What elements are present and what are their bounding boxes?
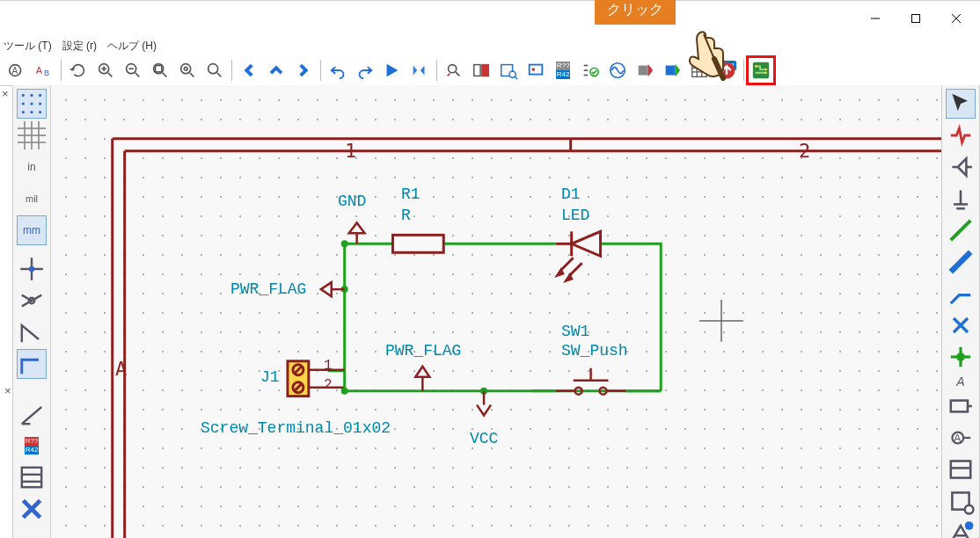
menu-help[interactable]: ヘルプ (H) — [107, 39, 157, 54]
zoom-selection-button[interactable] — [174, 57, 201, 84]
j1-pin2: 2 — [324, 377, 333, 393]
units-mm-button[interactable]: mm — [17, 215, 47, 245]
zoom-redraw-button[interactable] — [201, 57, 228, 84]
free-angle-button[interactable] — [17, 317, 47, 347]
zoom-in-button[interactable] — [92, 57, 119, 84]
preferences-button[interactable] — [17, 494, 47, 524]
place-label-button[interactable]: A — [946, 374, 976, 389]
svg-rect-77 — [392, 235, 443, 252]
sheet-col-1: 1 — [345, 140, 356, 162]
run-button[interactable] — [379, 57, 406, 84]
sw1-val: SW_Push — [561, 342, 628, 360]
place-junction-button[interactable] — [946, 342, 976, 372]
window-maximize-button[interactable] — [896, 4, 936, 33]
annotate-button[interactable]: R??R42 — [550, 57, 576, 84]
svg-line-9 — [108, 73, 113, 77]
svg-rect-17 — [156, 66, 162, 72]
menu-tools[interactable]: ツール (T) — [4, 39, 52, 54]
menu-settings[interactable]: 設定 (r) — [62, 39, 97, 54]
sheet-row-a: A — [115, 358, 127, 380]
place-noconnect-button[interactable] — [946, 310, 976, 340]
close-left-lower-button[interactable]: × — [4, 384, 11, 397]
units-in-button[interactable]: in — [17, 152, 47, 182]
erc-button[interactable] — [468, 57, 494, 84]
right-toolbar: A A — [941, 85, 980, 538]
mirror-button[interactable] — [406, 57, 433, 84]
pwr-flag-2: PWR_FLAG — [385, 342, 461, 360]
window-minimize-button[interactable] — [855, 4, 896, 33]
menu-bar: ツール (T) 設定 (r) ヘルプ (H) — [0, 36, 980, 55]
place-text-button[interactable] — [946, 518, 976, 538]
grid-lines-button[interactable] — [17, 120, 47, 150]
inspect-button[interactable] — [495, 57, 522, 84]
svg-rect-25 — [474, 65, 480, 76]
zoom-out-button[interactable] — [120, 57, 146, 84]
svg-text:A: A — [954, 432, 962, 445]
svg-point-20 — [184, 67, 187, 70]
cursor-full-button[interactable] — [17, 254, 47, 284]
place-bus-button[interactable] — [946, 247, 976, 277]
svg-point-51 — [30, 94, 33, 97]
grid-dots-button[interactable] — [17, 89, 47, 119]
place-netclass-button[interactable] — [946, 391, 976, 421]
nav-up-button[interactable] — [263, 57, 289, 84]
svg-line-29 — [515, 76, 517, 79]
svg-rect-1 — [912, 15, 920, 23]
svg-point-50 — [22, 94, 25, 97]
pwr-flag-1: PWR_FLAG — [230, 280, 306, 298]
redo-button[interactable] — [352, 57, 378, 84]
svg-point-28 — [509, 71, 516, 77]
r1-ref: R1 — [401, 185, 421, 203]
any-angle-button[interactable] — [17, 399, 47, 429]
svg-point-56 — [22, 111, 25, 113]
checklist-button[interactable] — [577, 57, 603, 84]
svg-point-57 — [30, 111, 33, 113]
select-tool-button[interactable] — [946, 89, 976, 119]
r1-val: R — [401, 207, 411, 224]
svg-point-32 — [531, 68, 535, 71]
open-pcb-button[interactable] — [748, 57, 774, 84]
edit-value-button[interactable]: AB — [31, 57, 57, 84]
refresh-button[interactable] — [65, 57, 91, 84]
svg-point-47 — [755, 65, 757, 68]
j1-val: Screw_Terminal_01x02 — [201, 419, 391, 437]
svg-text:B: B — [44, 69, 49, 77]
vcc-label: VCC — [470, 430, 498, 447]
svg-point-112 — [956, 353, 965, 361]
assign-footprints-button[interactable] — [632, 57, 658, 84]
place-sheet-button[interactable] — [946, 486, 976, 516]
svg-point-49 — [764, 71, 767, 74]
hidden-pins-button[interactable] — [17, 286, 47, 316]
highlight-net-button[interactable] — [946, 120, 976, 150]
simulator-button[interactable] — [604, 57, 631, 84]
zoom-fit-button[interactable] — [147, 57, 173, 84]
units-mil-button[interactable]: mil — [17, 184, 47, 214]
svg-point-67 — [29, 266, 34, 272]
window-close-button[interactable] — [936, 4, 976, 33]
place-bus-entry-button[interactable] — [946, 279, 976, 309]
svg-point-48 — [764, 69, 767, 71]
ortho-button[interactable] — [17, 349, 47, 379]
nav-back-button[interactable] — [236, 57, 262, 84]
close-left-panel-button[interactable]: × — [2, 87, 9, 100]
callout-click-label: クリック — [595, 0, 676, 25]
find-button[interactable] — [441, 57, 467, 84]
place-power-button[interactable] — [946, 184, 976, 214]
svg-point-21 — [208, 64, 218, 74]
undo-button[interactable] — [325, 57, 351, 84]
annotate-left-button[interactable]: R??R42 — [17, 431, 47, 461]
symbol-editor-button[interactable] — [523, 57, 549, 84]
place-symbol-button[interactable] — [946, 152, 976, 182]
place-wire-button[interactable] — [946, 215, 976, 245]
footprint-fields-button[interactable] — [659, 57, 685, 84]
svg-line-106 — [951, 221, 970, 240]
place-hier-label-button[interactable] — [946, 454, 976, 484]
nav-forward-button[interactable] — [290, 57, 317, 84]
svg-point-23 — [449, 65, 457, 73]
svg-rect-69 — [22, 468, 41, 487]
place-global-label-button[interactable]: A — [946, 423, 976, 453]
j1-pin1: 1 — [324, 358, 333, 374]
add-symbol-button[interactable]: A — [4, 57, 30, 84]
properties-button[interactable] — [17, 462, 47, 492]
schematic-canvas[interactable]: 1 2 A GND R1 R D1 LED PWR_FLAG SW1 SW_Pu… — [51, 85, 941, 538]
